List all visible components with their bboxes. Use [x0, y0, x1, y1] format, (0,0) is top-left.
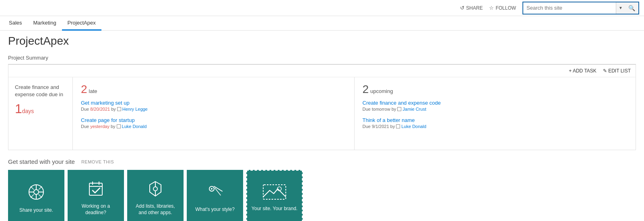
- task-assignee[interactable]: Luke Donald: [122, 124, 147, 129]
- svg-line-7: [39, 194, 42, 198]
- page-title: ProjectApex: [8, 35, 636, 48]
- task-title[interactable]: Think of a better name: [363, 117, 628, 123]
- task-item: Create page for startup Due yesterday by…: [81, 117, 346, 129]
- svg-line-8: [39, 186, 42, 190]
- due-date: 8/20/2021: [90, 107, 110, 112]
- task-title[interactable]: Create page for startup: [81, 117, 346, 123]
- task-assignee[interactable]: Luke Donald: [401, 124, 426, 129]
- due-prefix: Due 9/1/2021 by: [363, 124, 395, 129]
- due-label: Due: [81, 124, 89, 129]
- tasks-area: + ADD TASK ✎ EDIT LIST Create finance an…: [8, 64, 636, 150]
- tile-share[interactable]: Share your site.: [8, 170, 64, 221]
- tasks-upcoming-column: 2 upcoming Create finance and expense co…: [355, 77, 636, 150]
- top-bar: ↺ SHARE ☆ FOLLOW ▼ 🔍: [0, 0, 644, 16]
- task-assignee[interactable]: Jamie Crust: [402, 107, 426, 112]
- search-input[interactable]: [523, 5, 616, 11]
- late-column-header: 2 late: [81, 84, 346, 95]
- svg-point-15: [153, 187, 157, 191]
- search-dropdown-button[interactable]: ▼: [616, 2, 625, 14]
- task-meta: Due tomorrow by Jamie Crust: [363, 107, 628, 112]
- share-icon: ↺: [460, 5, 464, 11]
- share-site-icon: [27, 182, 46, 204]
- upcoming-label: upcoming: [370, 88, 393, 94]
- follow-icon: ☆: [489, 5, 494, 11]
- upcoming-column-header: 2 upcoming: [363, 84, 628, 95]
- tile-label-share: Share your site.: [19, 207, 53, 214]
- task-checkbox-icon: [117, 124, 121, 128]
- add-task-button[interactable]: + ADD TASK: [569, 68, 597, 74]
- section-title-project-summary: Project Summary: [8, 49, 636, 64]
- svg-rect-22: [263, 185, 286, 199]
- task-title[interactable]: Create finance and expense code: [363, 100, 628, 106]
- style-icon: [206, 183, 224, 203]
- tiles-row: Share your site. Working on a deadline?: [8, 170, 636, 221]
- search-submit-button[interactable]: 🔍: [625, 2, 638, 14]
- tile-apps[interactable]: Add lists, libraries, and other apps.: [127, 170, 184, 221]
- nav-item-sales[interactable]: Sales: [3, 16, 28, 31]
- task-meta: Due 9/1/2021 by Luke Donald: [363, 124, 628, 129]
- late-label: late: [89, 88, 97, 94]
- search-box: ▼ 🔍: [522, 2, 639, 14]
- svg-point-1: [34, 190, 39, 194]
- tasks-toolbar: + ADD TASK ✎ EDIT LIST: [8, 65, 636, 77]
- due-date: yesterday: [90, 124, 109, 129]
- task-assignee[interactable]: Henry Legge: [122, 107, 148, 112]
- follow-label: FOLLOW: [495, 5, 516, 11]
- tile-label-brand: Your site. Your brand.: [252, 206, 297, 212]
- task-checkbox-icon: [117, 107, 121, 111]
- due-label: Due: [81, 107, 89, 112]
- share-label: SHARE: [466, 5, 483, 11]
- upcoming-count: 2: [363, 84, 369, 95]
- days-label: days: [22, 108, 34, 114]
- task-meta: Due 8/20/2021 by Henry Legge: [81, 107, 346, 112]
- main-content: Project Summary + ADD TASK ✎ EDIT LIST C…: [0, 49, 644, 221]
- tasks-late-column: 2 late Get marketing set up Due 8/20/202…: [73, 77, 355, 150]
- task-checkbox-icon: [397, 107, 401, 111]
- apps-icon: [147, 180, 164, 200]
- due-prefix: Due tomorrow by: [363, 107, 396, 112]
- task-item: Create finance and expense code Due tomo…: [363, 100, 628, 112]
- tile-label-style: What's your style?: [195, 207, 235, 213]
- days-number: 1: [15, 101, 22, 116]
- deadline-icon: [87, 180, 105, 200]
- get-started-header: Get started with your site REMOVE THIS: [8, 150, 636, 170]
- task-item: Get marketing set up Due 8/20/2021 by He…: [81, 100, 346, 112]
- get-started-title: Get started with your site: [8, 158, 75, 165]
- remove-this-button[interactable]: REMOVE THIS: [81, 159, 114, 164]
- follow-button[interactable]: ☆ FOLLOW: [489, 5, 516, 11]
- nav-item-projectapex[interactable]: ProjectApex: [62, 16, 101, 31]
- task-checkbox-icon: [396, 124, 400, 128]
- late-count: 2: [81, 84, 87, 95]
- nav-item-marketing[interactable]: Marketing: [28, 16, 62, 31]
- svg-line-9: [31, 194, 34, 198]
- task-title[interactable]: Get marketing set up: [81, 100, 346, 106]
- tasks-left-panel: Create finance and expense code due in 1…: [8, 77, 73, 150]
- edit-list-button[interactable]: ✎ EDIT LIST: [603, 68, 631, 74]
- svg-line-6: [31, 186, 34, 190]
- nav-bar: Sales Marketing ProjectApex: [0, 16, 644, 31]
- tile-label-apps: Add lists, libraries, and other apps.: [131, 203, 180, 216]
- page-header: ProjectApex: [0, 31, 644, 49]
- svg-point-19: [211, 188, 213, 190]
- tile-deadline[interactable]: Working on a deadline?: [68, 170, 124, 221]
- task-item: Think of a better name Due 9/1/2021 by L…: [363, 117, 628, 129]
- tile-style[interactable]: What's your style?: [187, 170, 243, 221]
- brand-icon: [262, 184, 287, 202]
- tile-brand[interactable]: Your site. Your brand.: [246, 170, 303, 221]
- task-meta: Due yesterday by Luke Donald: [81, 124, 346, 129]
- svg-rect-10: [89, 183, 102, 195]
- tile-label-deadline: Working on a deadline?: [72, 203, 120, 216]
- share-button[interactable]: ↺ SHARE: [460, 5, 483, 11]
- svg-line-21: [215, 188, 221, 195]
- task-summary-desc: Create finance and expense code due in: [15, 84, 66, 98]
- top-bar-actions: ↺ SHARE ☆ FOLLOW ▼ 🔍: [460, 2, 639, 14]
- tasks-content: Create finance and expense code due in 1…: [8, 77, 636, 150]
- days-display: 1days: [15, 101, 66, 116]
